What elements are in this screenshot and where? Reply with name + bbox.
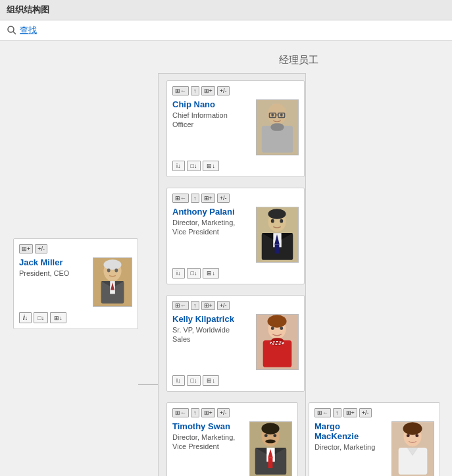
kelly-kilpatrick-title1: Sr. VP, Worldwide <box>172 325 251 334</box>
btn-left-timothy[interactable]: ⊞← <box>172 408 189 417</box>
monitor-btn-kelly[interactable]: □↓ <box>187 375 201 386</box>
main-area: ⊞+ +/- Jack Miller President, CEO <box>0 41 452 476</box>
timothy-swan-photo <box>249 421 292 476</box>
section-title: 经理员工 <box>158 54 439 66</box>
card-content-anthony: Anthony Palani Director, Marketing, Vice… <box>172 207 299 263</box>
search-label[interactable]: 查找 <box>20 24 37 36</box>
card-info-timothy: Timothy Swan Director, Marketing, Vice P… <box>172 421 244 452</box>
btn-group-timothy[interactable]: ⊞+ <box>201 408 215 417</box>
jack-miller-photo <box>93 257 132 307</box>
org-btn-anthony[interactable]: ⊞↓ <box>203 268 219 278</box>
search-button[interactable]: 查找 <box>7 24 37 36</box>
kelly-kilpatrick-title2: Sales <box>172 334 251 344</box>
margo-photo-svg <box>392 421 434 476</box>
margo-mackenzie-name: Margo MacKenzie <box>314 421 386 441</box>
btn-up-chip[interactable]: ↑ <box>191 86 199 95</box>
card-toolbar-kelly: ⊞← ↑ ⊞+ +/- <box>172 301 299 310</box>
btn-toggle-jack[interactable]: +/- <box>35 244 47 253</box>
chip-nano-photo <box>256 99 299 155</box>
card-content-chip: Chip Nano Chief Information Officer <box>172 99 299 155</box>
svg-point-31 <box>271 327 274 330</box>
svg-rect-27 <box>275 245 280 254</box>
card-info-kelly: Kelly Kilpatrick Sr. VP, Worldwide Sales <box>172 314 251 344</box>
svg-point-50 <box>415 434 418 437</box>
btn-group-anthony[interactable]: ⊞+ <box>201 194 215 203</box>
chip-nano-name: Chip Nano <box>172 99 251 109</box>
page-title: 组织结构图 <box>0 0 452 20</box>
card-anthony-palani: ⊞← ↑ ⊞+ +/- Anthony Palani Director, Mar… <box>166 188 305 284</box>
anthony-palani-name: Anthony Palani <box>172 207 251 217</box>
svg-point-32 <box>280 327 283 330</box>
card-actions-chip: i↓ □↓ ⊞↓ <box>172 161 299 171</box>
svg-point-15 <box>271 113 274 117</box>
timothy-swan-name: Timothy Swan <box>172 421 244 431</box>
svg-point-4 <box>103 259 121 269</box>
card-chip-nano: ⊞← ↑ ⊞+ +/- Chip Nano Chief Information … <box>166 80 305 177</box>
timothy-swan-title1: Director, Marketing, <box>172 433 244 442</box>
svg-point-16 <box>280 113 283 117</box>
card-actions-jack: i↓ □↓ ⊞↓ <box>19 312 132 323</box>
anthony-palani-photo <box>256 207 299 263</box>
chip-nano-title1: Chief Information <box>172 111 251 120</box>
btn-group-jack[interactable]: ⊞+ <box>19 244 33 253</box>
left-panel: ⊞+ +/- Jack Miller President, CEO <box>13 238 138 476</box>
monitor-btn-anthony[interactable]: □↓ <box>187 268 201 278</box>
org-btn-kelly[interactable]: ⊞↓ <box>203 375 219 386</box>
anthony-palani-title2: Vice President <box>172 227 251 236</box>
btn-group-margo[interactable]: ⊞+ <box>343 408 357 417</box>
card-info-chip: Chip Nano Chief Information Officer <box>172 99 251 130</box>
timothy-swan-title2: Vice President <box>172 442 244 451</box>
btn-toggle-chip[interactable]: +/- <box>217 86 230 95</box>
kelly-kilpatrick-name: Kelly Kilpatrick <box>172 314 251 324</box>
btn-toggle-timothy[interactable]: +/- <box>217 408 230 417</box>
btn-toggle-anthony[interactable]: +/- <box>217 194 230 203</box>
btn-left-kelly[interactable]: ⊞← <box>172 301 189 310</box>
info-btn-jack[interactable]: i↓ <box>19 312 32 323</box>
info-btn-chip[interactable]: i↓ <box>172 161 185 171</box>
card-info-anthony: Anthony Palani Director, Marketing, Vice… <box>172 207 251 237</box>
svg-point-30 <box>267 315 286 327</box>
org-btn-chip[interactable]: ⊞↓ <box>203 161 219 171</box>
btn-toggle-margo[interactable]: +/- <box>359 408 372 417</box>
card-kelly-kilpatrick: ⊞← ↑ ⊞+ +/- Kelly Kilpatrick Sr. VP, Wor… <box>166 295 305 392</box>
card-jack-miller: ⊞+ +/- Jack Miller President, CEO <box>13 238 138 329</box>
btn-left-margo[interactable]: ⊞← <box>314 408 331 417</box>
margo-mackenzie-photo <box>391 421 434 476</box>
card-content-margo: Margo MacKenzie Director, Marketing <box>314 421 434 476</box>
timothy-photo-svg <box>250 421 291 476</box>
margo-mackenzie-title1: Director, Marketing <box>314 442 386 452</box>
btn-toggle-kelly[interactable]: +/- <box>217 301 230 310</box>
btn-up-kelly[interactable]: ↑ <box>191 301 199 310</box>
card-timothy-swan: ⊞← ↑ ⊞+ +/- Timothy Swan Director, Marke… <box>166 402 298 476</box>
jack-miller-name: Jack Miller <box>19 257 88 267</box>
org-btn-jack[interactable]: ⊞↓ <box>50 312 66 323</box>
svg-point-0 <box>8 26 14 32</box>
info-btn-kelly[interactable]: i↓ <box>172 375 185 386</box>
right-panel: 经理员工 ⊞← ↑ ⊞+ +/- Chip Nano Chief Informa… <box>158 54 439 476</box>
btn-up-anthony[interactable]: ↑ <box>191 194 199 203</box>
card-toolbar-anthony: ⊞← ↑ ⊞+ +/- <box>172 194 299 203</box>
chip-photo-svg <box>257 99 298 155</box>
svg-point-49 <box>407 434 410 437</box>
card-toolbar-jack: ⊞+ +/- <box>19 244 132 253</box>
btn-left-anthony[interactable]: ⊞← <box>172 194 189 203</box>
svg-point-22 <box>271 219 274 223</box>
monitor-btn-chip[interactable]: □↓ <box>187 161 201 171</box>
btn-left-chip[interactable]: ⊞← <box>172 86 189 95</box>
btn-group-chip[interactable]: ⊞+ <box>201 86 215 95</box>
kelly-kilpatrick-photo <box>256 314 299 370</box>
svg-point-39 <box>265 439 276 443</box>
title-text: 组织结构图 <box>7 5 49 14</box>
anthony-palani-title1: Director, Marketing, <box>172 218 251 227</box>
anthony-photo-svg <box>257 207 298 263</box>
info-btn-anthony[interactable]: i↓ <box>172 268 185 278</box>
btn-group-kelly[interactable]: ⊞+ <box>201 301 215 310</box>
svg-point-48 <box>403 422 422 435</box>
svg-point-6 <box>114 269 118 273</box>
btn-up-timothy[interactable]: ↑ <box>191 408 199 417</box>
cards-container: ⊞← ↑ ⊞+ +/- Chip Nano Chief Information … <box>158 73 306 476</box>
svg-line-1 <box>13 32 16 34</box>
card-content-timothy: Timothy Swan Director, Marketing, Vice P… <box>172 421 292 476</box>
btn-up-margo[interactable]: ↑ <box>333 408 341 417</box>
monitor-btn-jack[interactable]: □↓ <box>34 312 48 323</box>
